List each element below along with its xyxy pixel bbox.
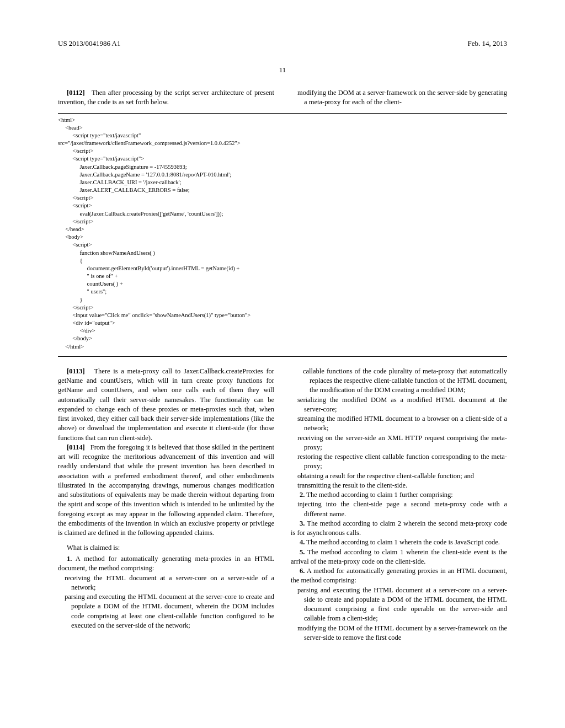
para-text: Then after processing by the script serv… [58,89,274,106]
para-number: [0112] [67,89,85,97]
claim-text: The method according to claim 1 wherein … [291,548,507,565]
code-content: <html> <head> <script type="text/javascr… [58,116,507,351]
claim-text: The method according to claim 1 wherein … [306,538,500,546]
code-listing: <html> <head> <script type="text/javascr… [58,113,507,357]
page-number: 11 [58,65,507,75]
right-column: callable functions of the code plurality… [291,367,507,643]
claim-5: 5. The method according to claim 1 where… [291,548,507,567]
claim-2-step-a: injecting into the client-side page a se… [291,500,507,519]
claims-heading: What is claimed is: [58,543,274,553]
claim-6-step-b: modifying the DOM of the HTML document b… [291,624,507,643]
claim-6: 6. A method for automatically generating… [291,566,507,586]
claim-1-step-e: receiving on the server-side an XML HTTP… [291,433,507,453]
claim-4: 4. The method according to claim 1 where… [291,538,507,547]
para-number: [0113] [67,367,85,375]
claim-number: 6. [300,567,305,575]
code-rule-bottom [58,356,507,357]
code-rule-top [58,113,507,114]
left-column: [0113] There is a meta-proxy call to Jax… [58,367,274,643]
top-row: [0112] Then after processing by the scri… [58,88,507,108]
claim-text: A method for automatically generating me… [58,555,274,572]
claim-1-cont-a: callable functions of the code plurality… [291,367,507,395]
para-text: There is a meta-proxy call to Jaxer.Call… [58,367,274,442]
claim-1-step-d: streaming the modified HTML document to … [291,414,507,433]
claim-number: 4. [300,538,305,546]
claim-text: The method according to claim 1 further … [306,491,453,499]
claim-6-step-a: parsing and executing the HTML document … [291,586,507,624]
paragraph-0114: [0114] From the foregoing it is believed… [58,443,274,538]
claim-1-step-c: serializing the modified DOM as a modifi… [291,395,507,415]
page-header: US 2013/0041986 A1 Feb. 14, 2013 [58,39,507,49]
two-columns: [0113] There is a meta-proxy call to Jax… [58,367,507,643]
publication-number: US 2013/0041986 A1 [58,39,120,49]
claim-1-step-g: obtaining a result for the respective cl… [291,472,507,481]
claim-number: 1. [67,555,72,563]
claim-number: 5. [300,548,305,556]
paragraph-0112: [0112] Then after processing by the scri… [58,88,274,108]
para-number: [0114] [67,443,85,451]
claim-1: 1. A method for automatically generating… [58,554,274,574]
claim-number: 2. [300,491,305,499]
claim-2: 2. The method according to claim 1 furth… [291,490,507,500]
publication-date: Feb. 14, 2013 [468,39,508,49]
paragraph-0113: [0113] There is a meta-proxy call to Jax… [58,367,274,443]
right-continuation-top: modifying the DOM at a server-framework … [291,88,507,108]
para-text: From the foregoing it is believed that t… [58,443,274,537]
claim-text: A method for automatically generating pr… [291,567,507,584]
claim-1-step-b: parsing and executing the HTML document … [58,592,274,630]
claim-text: The method according to claim 2 wherein … [291,520,507,537]
claim-1-step-f: restoring the respective client callable… [291,452,507,472]
claim-1-step-a: receiving the HTML document at a server-… [58,574,274,593]
claim-number: 3. [300,520,305,527]
claim-3: 3. The method according to claim 2 where… [291,519,507,538]
claim-1-step-h: transmitting the result to the client-si… [291,481,507,490]
